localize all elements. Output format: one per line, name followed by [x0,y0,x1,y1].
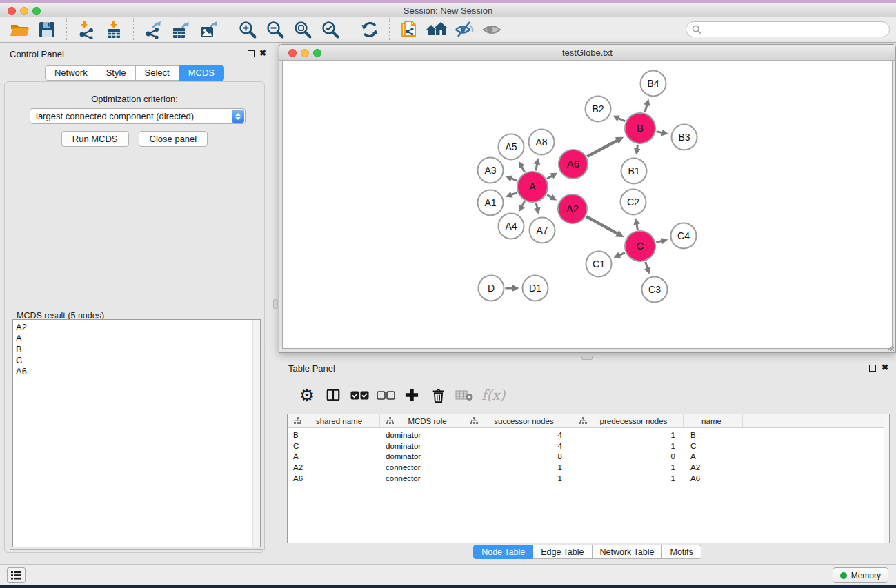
table-cell[interactable]: 1 [573,463,684,472]
graph-edge[interactable] [519,161,525,172]
save-session-button[interactable] [33,18,61,41]
graph-node-A5[interactable]: A5 [499,134,524,160]
graph-node-A6[interactable]: A6 [559,150,588,179]
graph-edge[interactable] [534,203,540,214]
graph-node-B[interactable]: B [625,113,655,143]
graph-edge[interactable] [633,218,639,230]
export-image-button[interactable] [195,18,222,41]
network-from-file-button[interactable] [395,18,423,41]
table-settings-button[interactable]: ⚙ [294,383,320,407]
graph-node-B3[interactable]: B3 [672,125,697,150]
mcds-result-item[interactable]: A [13,333,260,344]
deselect-all-button[interactable] [372,383,399,407]
table-cell[interactable]: 1 [464,463,573,472]
table-cell[interactable]: 1 [573,474,684,483]
memory-button[interactable]: Memory [833,567,888,583]
table-cell[interactable]: A2 [684,463,743,472]
graph-edge[interactable] [634,145,641,155]
close-panel-button[interactable]: Close panel [139,131,208,147]
table-cell[interactable]: B [288,431,380,439]
table-cell[interactable]: 1 [573,442,684,450]
graph-node-A[interactable]: A [517,172,548,202]
zoom-out-button[interactable] [261,18,289,41]
tab-motifs[interactable]: Motifs [662,545,701,559]
search-field[interactable] [686,21,890,37]
table-cell[interactable]: connector [380,474,464,483]
graph-node-A3[interactable]: A3 [478,158,504,183]
table-cell[interactable]: A2 [288,463,380,472]
graph-edge[interactable] [657,130,668,136]
network-canvas[interactable]: B4B2BB3A8A5A6A3B1AA1C2A2A4A7C4CC1C3DD1 [282,61,893,349]
table-scrollbar[interactable] [884,414,889,543]
graph-edge[interactable] [613,115,625,121]
table-cell[interactable]: A [684,452,743,460]
float-panel-icon[interactable] [869,365,876,372]
graph-node-B4[interactable]: B4 [641,71,666,97]
table-cell[interactable]: connector [380,463,464,472]
graph-edge[interactable] [656,238,668,244]
graph-edge[interactable] [547,194,557,201]
home-button[interactable] [423,18,450,41]
graph-edge[interactable] [644,262,650,274]
mcds-result-list[interactable]: A2ABCA6 [12,319,261,547]
graph-node-B2[interactable]: B2 [586,97,611,122]
graph-node-D[interactable]: D [479,276,504,301]
graph-edge[interactable] [506,192,517,198]
graph-edge[interactable] [506,285,519,292]
table-cell[interactable]: C [288,442,380,450]
table-cell[interactable]: 1 [464,474,573,483]
table-cell[interactable]: dominator [380,442,464,450]
graph-node-A7[interactable]: A7 [530,218,555,243]
mcds-result-item[interactable]: B [13,344,260,355]
table-cell[interactable]: dominator [380,431,464,439]
table-row[interactable]: A6connector11A6 [288,473,889,484]
table-cell[interactable]: 0 [573,452,684,460]
column-header-predecessor-nodes[interactable]: predecessor nodes [573,414,684,427]
delete-column-button[interactable] [425,383,451,407]
tab-node-table[interactable]: Node Table [473,545,533,559]
mcds-result-item[interactable]: C [13,355,260,366]
graph-node-A8[interactable]: A8 [529,130,555,155]
hide-panel-button[interactable] [450,18,478,41]
graph-edge[interactable] [506,176,517,182]
graph-node-A4[interactable]: A4 [499,214,524,239]
mcds-result-item[interactable]: A2 [13,322,260,333]
close-panel-icon[interactable]: ✖ [259,48,266,59]
task-history-button[interactable] [7,567,26,583]
graph-node-C1[interactable]: C1 [586,252,612,277]
import-table-button[interactable] [100,18,128,41]
resize-grip-icon[interactable] [886,343,895,352]
graph-node-C[interactable]: C [625,231,655,261]
run-mcds-button[interactable]: Run MCDS [61,131,129,147]
column-header-successor-nodes[interactable]: successor nodes [464,414,573,427]
import-network-button[interactable] [72,18,100,41]
table-cell[interactable]: 4 [464,431,573,439]
table-cell[interactable]: B [684,431,743,439]
column-header-name[interactable]: name [684,414,743,427]
optimization-criterion-dropdown[interactable]: largest connected component (directed) [30,108,246,124]
open-session-button[interactable] [6,18,33,41]
table-cell[interactable]: 4 [464,442,573,450]
table-cell[interactable]: A6 [288,474,380,483]
result-list-scrollbar[interactable] [252,320,260,547]
graph-edge[interactable] [644,99,650,112]
tab-style[interactable]: Style [97,65,136,81]
close-panel-icon[interactable]: ✖ [882,362,888,373]
graph-node-B1[interactable]: B1 [621,159,647,184]
table-cell[interactable]: A6 [684,474,743,483]
zoom-fit-button[interactable] [289,18,317,41]
export-network-button[interactable] [139,18,167,41]
tab-network[interactable]: Network [45,65,97,81]
graph-edge[interactable] [614,252,625,258]
graph-node-A1[interactable]: A1 [478,190,504,216]
column-header-MCDS-role[interactable]: MCDS role [380,414,464,427]
graph-node-D1[interactable]: D1 [523,276,548,301]
table-row[interactable]: Adominator80A [288,451,889,462]
table-row[interactable]: Bdominator41B [288,429,889,440]
graph-node-C4[interactable]: C4 [671,223,697,249]
table-cell[interactable]: 8 [464,452,573,460]
graph-edge[interactable] [534,158,540,170]
mcds-result-item[interactable]: A6 [13,366,260,377]
table-cell[interactable]: C [684,442,743,450]
show-columns-button[interactable] [320,383,346,407]
